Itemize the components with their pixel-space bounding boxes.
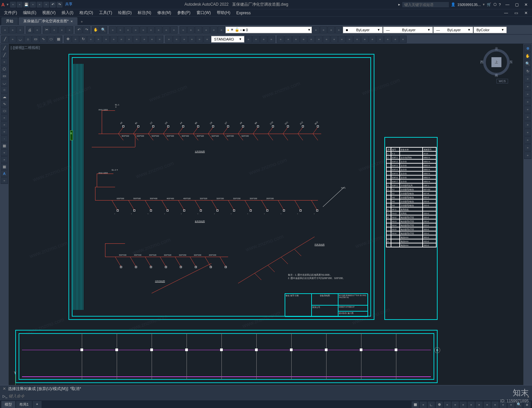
match-icon[interactable]: ▫	[66, 26, 73, 34]
tab-model[interactable]: 模型	[1, 401, 15, 408]
arc-icon[interactable]: ◡	[17, 36, 24, 43]
status-3d-icon[interactable]: ▫	[483, 401, 491, 408]
layer-tool-icon[interactable]: ▫	[320, 26, 327, 34]
share-button[interactable]: 共享	[65, 2, 72, 8]
status-osnap-icon[interactable]: ▫	[444, 401, 451, 408]
ellipse-icon[interactable]: ⬭	[47, 36, 55, 43]
nav-tool-icon[interactable]: ▫	[524, 152, 531, 159]
zoom-icon[interactable]: 🔍	[100, 26, 107, 34]
tb2-icon[interactable]: ▫	[376, 36, 384, 43]
scale-icon[interactable]: ▫	[95, 36, 102, 43]
pline-icon[interactable]: ▫	[9, 36, 16, 43]
tab-add-layout[interactable]: +	[33, 401, 41, 408]
region-tool-icon[interactable]: ▫	[1, 156, 8, 163]
trim-icon[interactable]: ▫	[110, 36, 117, 43]
menu-draw[interactable]: 绘图(D)	[115, 9, 134, 16]
open2-icon[interactable]: ▫	[9, 26, 16, 34]
array-icon[interactable]: ▫	[133, 36, 140, 43]
tb-icon[interactable]: ▫	[140, 26, 147, 34]
new-icon[interactable]: ▫	[10, 2, 16, 8]
layer-icon[interactable]: ▫	[210, 26, 217, 34]
apps-icon[interactable]: ⬡	[493, 2, 497, 7]
tb2-icon[interactable]: ▫	[392, 36, 399, 43]
xline-tool-icon[interactable]: ╱	[1, 52, 8, 58]
viewcube[interactable]: 上 北 东 南 西	[481, 47, 511, 77]
cut-icon[interactable]: ✂	[43, 26, 50, 34]
menu-view[interactable]: 视图(V)	[40, 9, 58, 16]
hatch-icon[interactable]: ▦	[55, 36, 62, 43]
nav-tool-icon[interactable]: ▫	[524, 136, 531, 144]
line-tool-icon[interactable]: ╱	[1, 45, 8, 51]
minimize-button[interactable]: —	[503, 1, 512, 8]
layer-tool-icon[interactable]: ▫	[328, 26, 335, 34]
nav-pan-icon[interactable]: ✋	[524, 52, 531, 60]
layer-tool-icon[interactable]: ▫	[312, 26, 320, 34]
viewcube-east[interactable]: 东	[509, 60, 513, 65]
addsel-tool-icon[interactable]: ▫	[1, 177, 8, 184]
menu-tools[interactable]: 工具(T)	[96, 9, 115, 16]
fillet-icon[interactable]: ▫	[125, 36, 133, 43]
viewport-label[interactable]: [-][俯视][二维线框]	[11, 45, 40, 50]
insert-tool-icon[interactable]: ▫	[1, 121, 8, 128]
nav-tool-icon[interactable]: ▫	[524, 75, 531, 82]
polygon-tool-icon[interactable]: ⬡	[1, 66, 8, 72]
dim-icon[interactable]: ▫	[165, 36, 173, 43]
tab-start[interactable]: 开始	[1, 17, 18, 25]
explode-icon[interactable]: ▫	[156, 36, 163, 43]
rotate-icon[interactable]: ↻	[79, 36, 87, 43]
status-transp-icon[interactable]: ▫	[467, 401, 475, 408]
help-search-input[interactable]	[402, 2, 449, 7]
status-dyn-icon[interactable]: ▫	[491, 401, 499, 408]
tb2-icon[interactable]: ▫	[361, 36, 368, 43]
tb2-icon[interactable]: ▫	[346, 36, 353, 43]
wcs-label[interactable]: WCS	[496, 79, 508, 83]
status-grid-icon[interactable]: ▦	[412, 401, 419, 408]
pline-tool-icon[interactable]: ▫	[1, 59, 8, 65]
status-cycle-icon[interactable]: ▫	[475, 401, 483, 408]
tb2-icon[interactable]: ▫	[323, 36, 330, 43]
table-tool-icon[interactable]: ▦	[1, 163, 8, 170]
undo-icon[interactable]: ↶	[50, 2, 56, 8]
plot-icon[interactable]: ▫	[43, 2, 49, 8]
save-icon[interactable]: 💾	[23, 2, 29, 8]
tb-icon[interactable]: ▫	[163, 26, 170, 34]
textstyle-dropdown[interactable]: STANDARD ▾	[211, 36, 244, 43]
nav-tool-icon[interactable]: ▫	[524, 98, 531, 105]
layer-icon[interactable]: ▫	[187, 26, 195, 34]
viewcube-west[interactable]: 西	[480, 60, 483, 65]
preview-icon[interactable]: ▫	[34, 26, 41, 34]
menu-window[interactable]: 窗口(W)	[194, 9, 213, 16]
tb-icon[interactable]: ▫	[147, 26, 155, 34]
rect-tool-icon[interactable]: ▭	[1, 72, 8, 79]
tb-icon[interactable]: ▫	[132, 26, 139, 34]
menu-format[interactable]: 格式(O)	[77, 9, 96, 16]
stretch-icon[interactable]: ▫	[102, 36, 110, 43]
layer-dropdown[interactable]: ● ☀ 🔓 ▫ ■ 0 ▾	[225, 27, 312, 33]
redo2-icon[interactable]: ↷	[83, 26, 90, 34]
ellipse-tool-icon[interactable]: ⬭	[1, 107, 8, 114]
maximize-button[interactable]: ▢	[512, 1, 521, 8]
color-dropdown[interactable]: ■ ByLayer ▾	[343, 27, 383, 33]
dim-icon[interactable]: ▫	[203, 36, 211, 43]
nav-zoom-icon[interactable]: 🔍	[524, 60, 531, 67]
tb2-icon[interactable]: ▫	[384, 36, 391, 43]
nav-tool-icon[interactable]: ▫	[524, 144, 531, 151]
plot2-icon[interactable]: 🖨	[26, 26, 33, 34]
nav-tool-icon[interactable]: ▫	[524, 83, 531, 90]
status-otrack-icon[interactable]: ▫	[452, 401, 459, 408]
tab-close-icon[interactable]: ×	[70, 19, 72, 23]
menu-file[interactable]: 文件(F)	[1, 9, 20, 16]
layer-icon[interactable]: ▫	[195, 26, 202, 34]
nav-tool-icon[interactable]: ▫	[524, 106, 531, 113]
redo-icon[interactable]: ↷	[57, 2, 63, 8]
dim-icon[interactable]: ▫	[173, 36, 180, 43]
viewcube-south[interactable]: 南	[495, 73, 498, 78]
tb2-icon[interactable]: ▫	[353, 36, 361, 43]
tb2-icon[interactable]: ▫	[292, 36, 300, 43]
paste-icon[interactable]: ▫	[58, 26, 66, 34]
tb2-icon[interactable]: ▫	[338, 36, 345, 43]
undo2-icon[interactable]: ↶	[75, 26, 82, 34]
saveas-icon[interactable]: ▫	[30, 2, 36, 8]
nav-wheel-icon[interactable]: ⊗	[524, 45, 531, 52]
status-snap-icon[interactable]: ▫	[420, 401, 427, 408]
